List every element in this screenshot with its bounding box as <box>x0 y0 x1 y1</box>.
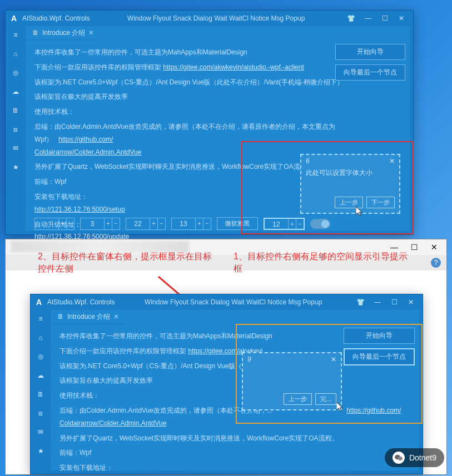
cloud-icon[interactable]: ☁ <box>35 370 46 381</box>
app-window-2: A AIStudio.Wpf. Controls Window Flyout S… <box>30 294 423 474</box>
doc-line: 该框架旨在极大的提高开发效率 <box>59 374 410 387</box>
guide-tooltip-9: 9 ✕ 上一步 完... <box>242 352 342 410</box>
start-guide-button[interactable]: 开始向导 <box>335 44 405 60</box>
tab-close-icon[interactable]: ✕ <box>88 29 94 37</box>
tooltip-step-number: 9 <box>247 355 251 363</box>
last-node-button[interactable]: 向导最后一个节点 <box>344 348 415 365</box>
link-github[interactable]: https://github.com/ <box>346 407 401 414</box>
doc-line: 后端：由Colder.Admin.AntdVue改造完成的，请参照（本处不在介绍… <box>34 121 401 158</box>
tab-close-icon[interactable]: ✕ <box>113 313 119 320</box>
doc-line: 另外扩展了Quartz，WebSocket实现即时聊天及实时消息推送，Workf… <box>59 432 410 445</box>
doc-line: 使用技术栈： <box>34 106 401 118</box>
stepper-a[interactable]: 3+− <box>80 218 120 230</box>
menu-icon[interactable]: ≡ <box>35 313 46 324</box>
app-title: AIStudio.Wpf. Controls <box>47 298 115 306</box>
home-icon[interactable]: ⌂ <box>35 332 46 343</box>
tooltip-close-icon[interactable]: ✕ <box>389 157 395 165</box>
link-github[interactable]: https://github.com/ <box>58 136 113 143</box>
sidebar: ≡ ⌂ ◎ ☁ 🗎 ⧈ ✉ ★ <box>6 26 26 234</box>
tooltip-next-button[interactable]: 下一步 <box>366 197 395 208</box>
link-gitee[interactable]: https://gitee.com/akwkevin/aistudio.-wpf… <box>163 63 304 71</box>
close-button[interactable]: ✕ <box>403 297 419 308</box>
star-icon[interactable]: ★ <box>35 445 46 457</box>
main-menu[interactable]: Window Flyout Snack Dialog Wait WaitCl N… <box>115 298 352 306</box>
doc-icon[interactable]: 🗎 <box>35 389 46 400</box>
browser-close-button[interactable]: ✕ <box>428 243 441 252</box>
wechat-icon <box>393 452 405 464</box>
sidebar-2: ≡ ⌂ ◎ ☁ 🗎 ⧈ ✉ ★ <box>31 310 51 474</box>
titlebar-2: A AIStudio.Wpf. Controls Window Flyout S… <box>31 294 423 310</box>
tooltip-done-button[interactable]: 完... <box>315 393 336 405</box>
app-title: AIStudio.Wpf. Controls <box>22 14 90 22</box>
stepper-b[interactable]: 22+− <box>126 218 166 230</box>
doc-line: 前端：Wpf <box>59 447 410 459</box>
star-icon[interactable]: ★ <box>10 162 21 173</box>
toggle-switch[interactable] <box>310 219 330 229</box>
doc-line: 安装包下载地址：http://121.36.12.76:5000/setup <box>59 462 410 476</box>
tabs: 🗎 Introduce 介绍 ✕ <box>26 26 410 41</box>
theme-icon[interactable]: 👕 <box>347 14 355 22</box>
doc-line: 使用技术栈： <box>59 389 410 402</box>
tooltip-prev-button[interactable]: 上一步 <box>335 197 363 208</box>
stepper-row: +− 3+− 22+− 13+− 微软雅黑 12+− btn <box>34 217 406 230</box>
home-icon[interactable]: ⌂ <box>10 48 21 59</box>
link-colder[interactable]: Coldairarrow/Colder.Admin.AntdVue <box>59 419 166 427</box>
maximize-button[interactable]: ☐ <box>386 297 403 308</box>
doc-line: 该框架旨在极大的提高开发效率 <box>34 91 401 103</box>
guide-tooltip-6: 6 ✕ 此处可以设置字体大小 上一步 下一步 <box>300 154 400 214</box>
close-button[interactable]: ✕ <box>393 13 410 24</box>
tab-label: Introduce 介绍 <box>42 28 85 38</box>
theme-icon[interactable]: 👕 <box>356 298 365 306</box>
cube-icon[interactable]: ⧈ <box>10 124 21 135</box>
svg-point-2 <box>398 457 403 460</box>
annotation-text-2: 2、目标控件在窗体右侧，提示框显示在目标控件左侧 <box>38 250 216 275</box>
minimize-button[interactable]: — <box>369 297 386 308</box>
annotation-text-1: 1、目标控件右侧有足够的空间显示引导提示框 <box>234 250 411 275</box>
app-logo: A <box>9 13 19 23</box>
tooltip-step-number: 6 <box>306 157 310 165</box>
app-logo: A <box>34 297 44 307</box>
font-select[interactable]: 微软雅黑 <box>217 217 258 230</box>
cube-icon[interactable]: ⧈ <box>35 408 46 419</box>
tab-label: Introduce 介绍 <box>67 312 110 322</box>
compass-icon[interactable]: ◎ <box>35 351 46 362</box>
browser-window: — ☐ ✕ ? 1、目标控件右侧有足够的空间显示引导提示框 2、目标控件在窗体右… <box>5 239 447 475</box>
cloud-icon[interactable]: ☁ <box>10 86 21 97</box>
compass-icon[interactable]: ◎ <box>10 67 21 78</box>
guide-buttons-2: 开始向导 向导最后一个节点 <box>344 328 415 365</box>
msg-icon[interactable]: ✉ <box>10 143 21 154</box>
stepper-c[interactable]: 13+− <box>171 218 211 230</box>
main-menu[interactable]: Window Flyout Snack Dialog Wait WaitCl N… <box>90 14 342 22</box>
start-guide-button[interactable]: 开始向导 <box>344 328 415 344</box>
link-colder[interactable]: Coldairarrow/Colder.Admin.AntdVue <box>34 148 141 156</box>
guide-buttons: 开始向导 向导最后一个节点 <box>335 44 405 81</box>
wechat-badge: Dotnet9 <box>385 448 444 467</box>
help-icon[interactable]: ? <box>431 258 441 268</box>
msg-icon[interactable]: ✉ <box>35 427 46 438</box>
doc-line: 后端：由Colder.Admin.AntdVue改造完成的，请参照（本处不在介绍… <box>59 404 410 430</box>
tab-introduce[interactable]: 🗎 Introduce 介绍 ✕ <box>53 310 123 324</box>
menu-icon[interactable]: ≡ <box>10 29 21 41</box>
tooltip-prev-button[interactable]: 上一步 <box>284 393 312 405</box>
titlebar: A AIStudio.Wpf. Controls Window Flyout S… <box>6 11 413 26</box>
tooltip-close-icon[interactable]: ✕ <box>331 355 336 363</box>
last-node-button[interactable]: 向导最后一个节点 <box>335 64 405 81</box>
tab-doc-icon: 🗎 <box>32 29 39 37</box>
tab-doc-icon: 🗎 <box>57 313 64 320</box>
tooltip-text: 此处可以设置字体大小 <box>306 168 395 178</box>
minimize-button[interactable]: — <box>360 13 376 24</box>
maximize-button[interactable]: ☐ <box>376 13 393 24</box>
app-window-1: A AIStudio.Wpf. Controls Window Flyout S… <box>5 10 414 235</box>
tabs-2: 🗎 Introduce 介绍 ✕ <box>51 310 419 324</box>
doc-icon[interactable]: 🗎 <box>10 105 21 116</box>
wechat-label: Dotnet9 <box>409 453 436 462</box>
tab-introduce[interactable]: 🗎 Introduce 介绍 ✕ <box>28 27 98 41</box>
stepper-empty[interactable]: +− <box>34 218 74 230</box>
link-setup[interactable]: http://121.36.12.76:5000/setup <box>34 206 125 213</box>
stepper-fontsize[interactable]: 12+− <box>264 218 305 230</box>
